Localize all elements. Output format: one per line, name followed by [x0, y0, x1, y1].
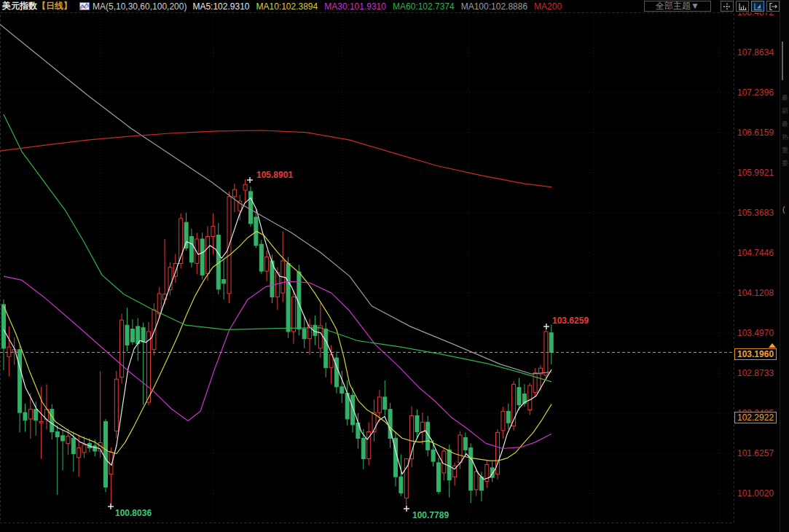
axis-label: 104.1208 — [737, 288, 774, 298]
period-label: 【日线】 — [37, 0, 72, 12]
ma60-legend: MA60:102.7374 — [393, 1, 455, 12]
axis-label: 106.6159 — [737, 128, 774, 138]
axis-label: 104.7446 — [737, 248, 774, 258]
ma-group-label: MA(5,10,30,60,100,200) — [93, 1, 187, 12]
axis-label: 101.0020 — [737, 488, 774, 498]
ma100-legend: MA100:102.8886 — [461, 1, 527, 12]
side-panel-char: 重 — [782, 146, 788, 155]
axis-label: 103.4970 — [737, 328, 774, 338]
axis-label: 101.6257 — [737, 448, 774, 458]
instrument-title: 美元指数 — [2, 0, 37, 12]
axis-label: 102.8733 — [737, 368, 774, 378]
current-price-label: 103.1960 — [734, 348, 777, 360]
theme-dropdown-button[interactable]: 全部主题▼ — [644, 1, 711, 12]
annotate-icon[interactable] — [751, 1, 764, 12]
side-panel-char: 最 — [782, 93, 788, 103]
svg-text:100.8036: 100.8036 — [115, 508, 152, 518]
side-panel-char: 热 — [782, 133, 788, 142]
side-panel-char: 要 — [782, 159, 788, 168]
crosshair-icon[interactable] — [721, 1, 734, 12]
candlestick-chart-icon — [79, 2, 90, 10]
chart-toolbar: 美元指数 【日线】 MA(5,10,30,60,100,200) MA5:102… — [0, 0, 780, 12]
side-panel-scrollbar[interactable] — [782, 42, 783, 80]
ma30-legend: MA30:101.9310 — [324, 1, 386, 12]
axis-label: 107.2396 — [737, 87, 774, 98]
axis-label: 105.9921 — [737, 168, 774, 178]
side-panel-char: 最 — [782, 120, 788, 129]
exit-panel-icon[interactable] — [766, 1, 780, 12]
side-panel-char: 新 — [782, 106, 788, 116]
collapsed-side-panel[interactable]: 最 新 最 热 重 要 ( — [780, 0, 789, 532]
price-axis: 103.1960 102.2922 108.4872107.8634107.23… — [734, 0, 780, 532]
svg-text:103.6259: 103.6259 — [552, 316, 589, 326]
price-up-arrow-icon — [769, 343, 776, 348]
axis-label: 107.8634 — [737, 47, 774, 58]
side-panel-paren: ( — [782, 206, 785, 214]
toolbar-right-group: 全部主题▼ — [644, 1, 780, 12]
candlestick-chart[interactable]: 105.8901103.6259100.8036100.7789 — [0, 0, 734, 532]
reference-price-label: 102.2922 — [734, 412, 777, 423]
axis-scale-icon[interactable] — [736, 1, 749, 12]
axis-label: 105.3683 — [737, 208, 774, 218]
ma200-legend: MA200 — [534, 1, 562, 12]
svg-text:105.8901: 105.8901 — [256, 170, 293, 180]
chart-app-window: 美元指数 【日线】 MA(5,10,30,60,100,200) MA5:102… — [0, 0, 789, 532]
svg-text:100.7789: 100.7789 — [412, 510, 449, 520]
ma10-legend: MA10:102.3894 — [256, 1, 318, 12]
ma5-legend: MA5:102.9310 — [192, 1, 249, 12]
